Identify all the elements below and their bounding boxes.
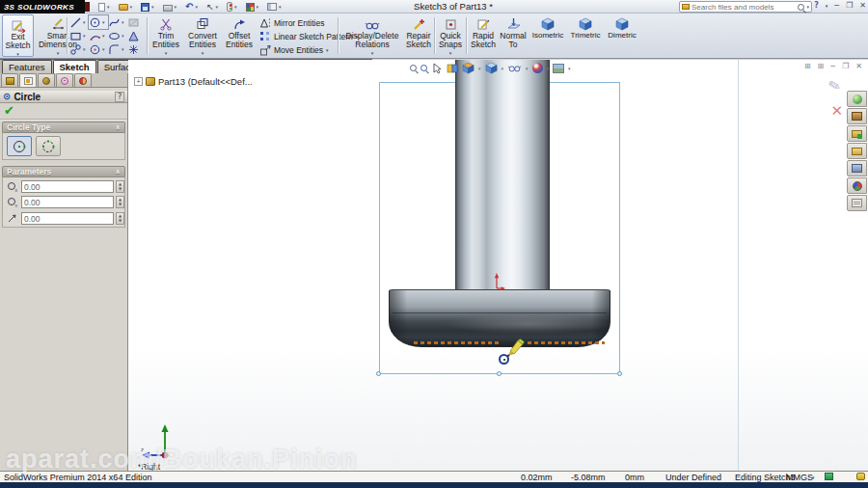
graphics-viewport[interactable]: ▾ ▾ ▾ ▾ ▾ + Part13 (Default<<Def... ⊞ ⊞ … bbox=[128, 60, 868, 471]
convert-entities-button[interactable]: Convert Entities ▾ bbox=[184, 14, 221, 57]
viewport-grid-icon[interactable]: ⊞ bbox=[818, 62, 825, 70]
center-x-spinner[interactable]: ▲▼ bbox=[116, 180, 124, 193]
property-manager-tab[interactable] bbox=[19, 73, 37, 87]
dimxpert-manager-tab[interactable] bbox=[56, 73, 73, 87]
repair-sketch-button[interactable]: Repair Sketch bbox=[405, 14, 432, 57]
confirmation-corner-cancel-icon[interactable]: ✕ bbox=[830, 102, 843, 120]
undo-button[interactable]: ↶▾ bbox=[185, 1, 198, 13]
ok-button[interactable]: ✔ bbox=[4, 104, 14, 117]
search-box[interactable]: ▾ bbox=[679, 1, 812, 13]
dropdown-icon[interactable]: ▾ bbox=[16, 52, 19, 58]
minimize-button[interactable]: ─ bbox=[834, 1, 839, 10]
sketch-fillet-button[interactable]: ▾ bbox=[108, 42, 127, 56]
display-style-button[interactable] bbox=[485, 62, 498, 74]
sketch-edge-highlight[interactable] bbox=[414, 341, 501, 344]
dropdown-icon[interactable]: ▾ bbox=[165, 51, 168, 57]
edit-appearance-button[interactable] bbox=[532, 63, 543, 73]
isometric-view-button[interactable]: Isometric bbox=[529, 14, 566, 57]
radius-spinner[interactable]: ▲▼ bbox=[116, 212, 124, 225]
section-view-button[interactable] bbox=[447, 63, 458, 74]
center-y-spinner[interactable]: ▲▼ bbox=[116, 196, 124, 208]
doc-minimize-button[interactable]: ─ bbox=[830, 62, 835, 70]
plane-handle[interactable] bbox=[376, 371, 381, 376]
task-pane-scenes-tab[interactable] bbox=[847, 177, 867, 194]
hide-show-items-button[interactable] bbox=[507, 63, 522, 73]
configuration-manager-tab[interactable] bbox=[38, 73, 55, 87]
zoom-to-selection-button[interactable] bbox=[431, 63, 443, 74]
dropdown-icon[interactable]: ▾ bbox=[478, 66, 481, 71]
flyout-feature-tree[interactable]: + Part13 (Default<<Def... bbox=[134, 76, 253, 87]
viewport-split-icon[interactable]: ⊞ bbox=[804, 62, 811, 70]
print-button[interactable]: ▾ bbox=[163, 1, 177, 13]
plane-handle[interactable] bbox=[617, 371, 622, 376]
dropdown-icon[interactable]: ▾ bbox=[122, 33, 124, 39]
task-pane-view-palette-tab[interactable] bbox=[847, 143, 867, 159]
rapid-sketch-button[interactable]: Rapid Sketch bbox=[469, 14, 498, 57]
dropdown-icon[interactable]: ▾ bbox=[806, 4, 809, 10]
close-button[interactable]: ✕ bbox=[859, 1, 866, 10]
trimetric-view-button[interactable]: Trimetric bbox=[567, 14, 604, 57]
circle-type-group-header[interactable]: Circle Type ∧ bbox=[2, 122, 125, 133]
dropdown-icon[interactable]: ▾ bbox=[279, 4, 282, 10]
dropdown-icon[interactable]: ▾ bbox=[102, 33, 105, 39]
centerpoint-arc-button[interactable]: ▾ bbox=[89, 29, 108, 42]
task-pane-custom-properties-tab[interactable] bbox=[847, 195, 867, 211]
spin-down-icon[interactable]: ▼ bbox=[119, 219, 122, 224]
select-button[interactable]: ↖▾ bbox=[206, 1, 218, 13]
open-button[interactable]: ▾ bbox=[119, 1, 133, 13]
view-orientation-button[interactable] bbox=[462, 62, 475, 74]
dropdown-icon[interactable]: ▾ bbox=[151, 4, 154, 10]
apply-scene-button[interactable] bbox=[553, 64, 564, 73]
task-pane-resources-tab[interactable] bbox=[847, 91, 867, 107]
dropdown-icon[interactable]: ▾ bbox=[202, 51, 204, 57]
feature-manager-tab[interactable] bbox=[1, 73, 18, 87]
task-pane-appearances-tab[interactable] bbox=[847, 160, 867, 176]
offset-entities-button[interactable]: Offset Entities bbox=[223, 14, 256, 57]
sketch-picture-button[interactable] bbox=[127, 15, 147, 29]
command-help-button[interactable]: ? bbox=[115, 92, 124, 102]
corner-rectangle-button[interactable]: ▾ bbox=[69, 29, 89, 42]
center-x-field[interactable] bbox=[21, 180, 114, 193]
dropdown-icon[interactable]: ▾ bbox=[826, 3, 828, 9]
parameters-group-header[interactable]: Parameters ∧ bbox=[2, 166, 125, 177]
tab-features[interactable]: Features bbox=[2, 60, 52, 73]
dropdown-icon[interactable]: ▾ bbox=[102, 46, 105, 52]
new-document-button[interactable]: ▾ bbox=[98, 1, 110, 13]
spin-down-icon[interactable]: ▼ bbox=[119, 187, 122, 192]
doc-close-button[interactable]: ✕ bbox=[855, 62, 862, 70]
tree-root-label[interactable]: Part13 (Default<<Def... bbox=[158, 76, 253, 87]
sketch-edge-highlight[interactable] bbox=[528, 341, 605, 344]
line-tool-button[interactable]: ▾ bbox=[69, 15, 89, 29]
quick-tips-icon[interactable] bbox=[856, 473, 865, 480]
dropdown-icon[interactable]: ▾ bbox=[83, 46, 86, 52]
center-y-field[interactable] bbox=[21, 196, 114, 208]
dropdown-icon[interactable]: ▾ bbox=[122, 46, 124, 52]
units-selector[interactable]: MMGS bbox=[786, 473, 813, 482]
radius-field[interactable] bbox=[21, 212, 114, 225]
zoom-to-area-button[interactable] bbox=[420, 65, 427, 71]
performance-tag-icon[interactable] bbox=[825, 473, 833, 480]
dropdown-icon[interactable]: ▾ bbox=[568, 66, 571, 71]
slot-tool-button[interactable]: ▾ bbox=[69, 42, 89, 56]
point-tool-button[interactable] bbox=[127, 42, 147, 56]
dropdown-icon[interactable]: ▾ bbox=[122, 19, 124, 25]
spline-tool-button[interactable]: ▾ bbox=[108, 15, 127, 29]
dropdown-icon[interactable]: ▾ bbox=[57, 51, 60, 57]
dropdown-icon[interactable]: ▾ bbox=[526, 66, 529, 71]
tab-sketch[interactable]: Sketch bbox=[53, 60, 96, 73]
quick-snaps-button[interactable]: Quick Snaps ▾ bbox=[437, 14, 464, 57]
normal-to-button[interactable]: Normal To bbox=[500, 14, 527, 57]
plane-handle[interactable] bbox=[497, 371, 502, 376]
dropdown-icon[interactable]: ▾ bbox=[107, 4, 110, 10]
ellipse-tool-button[interactable]: ▾ bbox=[108, 29, 127, 42]
rebuild-button[interactable]: ▾ bbox=[227, 1, 237, 13]
tree-expand-icon[interactable]: + bbox=[134, 77, 143, 86]
display-delete-relations-button[interactable]: Display/Delete Relations ▾ bbox=[341, 14, 403, 57]
file-properties-button[interactable]: ▾ bbox=[267, 1, 282, 13]
center-circle-type-button[interactable] bbox=[7, 136, 32, 156]
save-button[interactable]: ▾ bbox=[141, 1, 154, 13]
dropdown-icon[interactable]: ▾ bbox=[371, 51, 374, 57]
doc-restore-button[interactable]: ❐ bbox=[842, 62, 849, 70]
dropdown-icon[interactable]: ▾ bbox=[83, 33, 86, 39]
model-flange[interactable] bbox=[389, 289, 610, 347]
